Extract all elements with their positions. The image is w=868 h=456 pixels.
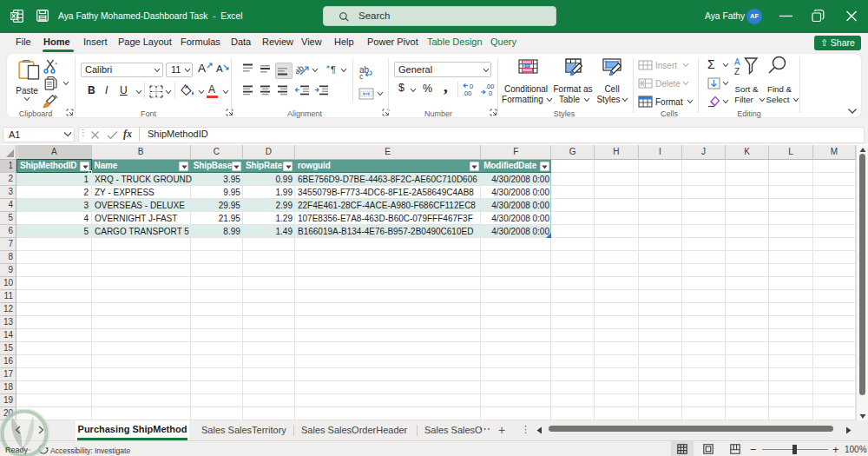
svg-text:.00: .00	[463, 89, 471, 97]
svg-text:Z: Z	[734, 67, 740, 76]
svg-text:A: A	[734, 57, 740, 67]
svg-text:c: c	[359, 72, 364, 79]
svg-text:0: 0	[489, 89, 492, 97]
svg-text:¶: ¶	[331, 64, 336, 75]
